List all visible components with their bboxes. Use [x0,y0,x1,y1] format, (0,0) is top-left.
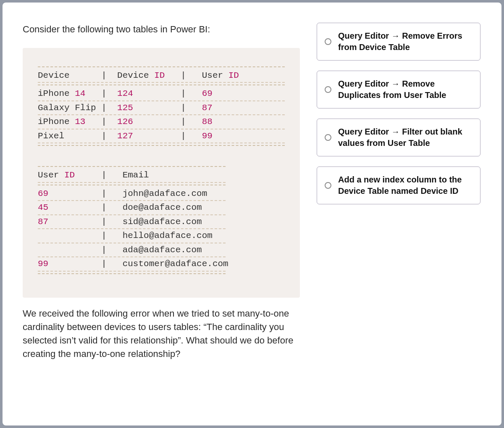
radio-icon [325,86,331,93]
code-tables: Device | Device ID | User ID iPhone 14 |… [23,48,300,298]
separator [38,145,285,146]
separator [38,185,226,185]
device-table-row: Pixel | 127 | 99 [38,129,285,144]
question-body: Consider the following two tables in Pow… [23,23,300,405]
device-table-header: Device | Device ID | User ID [38,69,285,83]
device-table-row: iPhone 14 | 124 | 69 [38,87,285,101]
separator [38,166,226,167]
option-label: Query Editor → Filter out blank values f… [338,126,472,149]
user-table-row: | hello@adaface.com [38,229,226,243]
radio-icon [325,134,331,141]
answer-option-0[interactable]: Query Editor → Remove Errors from Device… [317,23,480,61]
device-table-row: Galaxy Flip | 125 | 87 [38,101,285,116]
spacer [38,148,285,164]
option-label: Add a new index column to the Device Tab… [338,174,472,197]
user-table-row: 99 | customer@adaface.com [38,257,226,272]
answer-option-2[interactable]: Query Editor → Filter out blank values f… [317,119,480,156]
question-intro: Consider the following two tables in Pow… [23,23,300,36]
device-table-row: iPhone 13 | 126 | 88 [38,115,285,129]
separator [38,66,285,67]
user-table-row: | ada@adaface.com [38,243,226,258]
user-table-header: User ID | Email [38,169,226,183]
question-followup: We received the following error when we … [23,307,300,361]
user-table-row: 45 | doe@adaface.com [38,201,226,215]
radio-icon [325,182,331,189]
separator [38,85,285,85]
answer-option-1[interactable]: Query Editor → Remove Duplicates from Us… [317,71,480,108]
question-card: Consider the following two tables in Pow… [3,3,501,425]
answer-options: Query Editor → Remove Errors from Device… [317,23,480,405]
user-table-row: 87 | sid@adaface.com [38,215,226,230]
answer-option-3[interactable]: Add a new index column to the Device Tab… [317,166,480,204]
separator [38,273,226,274]
option-label: Query Editor → Remove Errors from Device… [338,30,472,53]
option-label: Query Editor → Remove Duplicates from Us… [338,78,472,101]
user-table-row: 69 | john@adaface.com [38,187,226,201]
radio-icon [325,38,331,45]
